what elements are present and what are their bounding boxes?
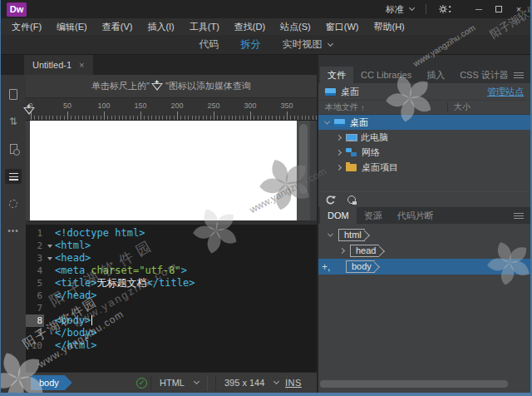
menu-item-5[interactable]: 查找(D) (227, 21, 273, 33)
line-number: 8 (26, 314, 44, 327)
sync-settings-button[interactable] (438, 3, 452, 15)
menu-item-3[interactable]: 插入(I) (140, 21, 181, 33)
format-source-icon[interactable] (5, 169, 22, 184)
menu-item-1[interactable]: 编辑(E) (49, 21, 95, 33)
dom-tab-1[interactable]: 资源 (357, 207, 390, 224)
view-mode-1[interactable]: 拆分 (241, 37, 261, 52)
code-segment: </body> (55, 327, 97, 339)
dom-tree-row[interactable]: head (318, 243, 530, 259)
site-name[interactable]: 桌面 (341, 86, 359, 98)
code-text: <title>无标题文档</title> (55, 277, 195, 290)
file-tree-row[interactable]: 桌面项目 (318, 160, 530, 175)
live-code-icon[interactable] (5, 141, 22, 156)
chevron-right-icon[interactable] (336, 134, 342, 140)
code-segment: 无标题文档 (97, 277, 147, 289)
panel-tab-2[interactable]: 插入 (419, 67, 452, 83)
code-segment: </head> (55, 290, 97, 301)
design-canvas[interactable] (30, 121, 297, 220)
manage-sites-link[interactable]: 管理站点 (487, 86, 524, 98)
chevron-right-icon[interactable] (336, 164, 342, 170)
code-segment: <title> (55, 277, 97, 289)
connect-server-icon[interactable] (347, 196, 356, 204)
add-element-icon[interactable]: +, (322, 263, 330, 271)
menu-item-7[interactable]: 窗口(W) (318, 21, 367, 33)
dom-tab-2[interactable]: 代码片断 (390, 207, 441, 224)
view-mode-2[interactable]: 实时视图 (283, 37, 332, 52)
chevron-right-icon[interactable] (339, 248, 345, 254)
updown-arrows-icon[interactable]: ⇅ (5, 114, 22, 129)
doctype-dropdown[interactable]: HTML (150, 375, 208, 391)
document-tab[interactable]: Untitled-1 × (24, 55, 93, 75)
target-icon[interactable] (5, 196, 22, 211)
minimize-button[interactable]: ─ (469, 2, 489, 17)
code-line[interactable]: 7 (26, 302, 317, 314)
dom-tag-pill[interactable]: html (338, 229, 365, 241)
workspace-switcher[interactable]: 标准 (386, 3, 414, 16)
menu-item-8[interactable]: 帮助(H) (367, 21, 412, 33)
file-tree-label: 桌面 (350, 116, 368, 129)
size-header[interactable]: 大小 (454, 101, 470, 113)
menu-item-0[interactable]: 文件(F) (4, 21, 49, 33)
insert-mode-indicator[interactable]: INS (285, 378, 302, 388)
line-number: 3 (26, 252, 44, 265)
code-text: </body> (55, 327, 97, 339)
panel-menu-icon[interactable] (514, 213, 524, 219)
panel-tab-1[interactable]: CC Libraries (353, 67, 419, 83)
panel-tab-3[interactable]: CSS 设计器 (452, 67, 516, 83)
menu-item-2[interactable]: 查看(V) (95, 21, 140, 33)
dom-tree-row[interactable]: html (318, 227, 530, 243)
view-mode-0[interactable]: 代码 (200, 37, 219, 52)
code-segment: <html> (55, 240, 91, 251)
code-line[interactable]: 1<!doctype html> (26, 227, 317, 240)
code-line[interactable]: 5<title>无标题文档</title> (26, 277, 317, 290)
fold-column (44, 227, 55, 240)
chevron-down-icon[interactable] (328, 231, 333, 237)
tag-selector-body[interactable]: body (31, 375, 72, 390)
sort-arrow: ↑ (361, 103, 365, 112)
code-line[interactable]: 8<body> (26, 314, 317, 327)
view-mode-label: 代码 (200, 37, 219, 52)
horizontal-ruler[interactable]: + 050100150200250300350400 (26, 98, 317, 121)
code-text: <!doctype html> (55, 227, 145, 240)
file-icon[interactable] (5, 87, 22, 101)
code-line[interactable]: 3<head> (26, 252, 317, 265)
file-tree-row[interactable]: 桌面 (318, 115, 530, 130)
doctype-label: HTML (160, 378, 185, 388)
view-toolbar: 代码拆分实时视图 (1, 35, 530, 55)
dom-tag-pill[interactable]: head (350, 245, 379, 257)
dom-tag-pill[interactable]: body (346, 260, 375, 273)
panel-horizontal-scrollbar[interactable] (320, 380, 508, 388)
code-line[interactable]: 4<meta charset="utf-8"> (26, 265, 317, 277)
code-line[interactable]: 9</body> (26, 327, 317, 339)
menu-item-6[interactable]: 站点(S) (273, 21, 318, 33)
chevron-down-icon[interactable] (324, 118, 330, 124)
dom-tree-row[interactable]: +,body (318, 259, 530, 275)
ellipsis-icon[interactable]: ••• (5, 224, 22, 239)
scrollbar-thumb[interactable] (299, 124, 308, 194)
menu-item-4[interactable]: 工具(T) (182, 21, 227, 33)
file-tree-row[interactable]: 网络 (318, 145, 530, 160)
desktop-icon (325, 88, 336, 96)
code-line[interactable]: 6</head> (26, 290, 317, 302)
design-vertical-scrollbar[interactable] (297, 121, 310, 220)
code-line[interactable]: 2<html> (26, 240, 317, 252)
file-tree-row[interactable]: 此电脑 (318, 130, 530, 145)
chevron-right-icon[interactable] (336, 149, 342, 155)
code-view[interactable]: 1<!doctype html>2<html>3<head>4<meta cha… (26, 225, 317, 372)
media-query-text-prefix: 单击标尺上的" (91, 80, 150, 92)
close-button[interactable]: × (509, 2, 529, 17)
code-line[interactable]: 10</html> (26, 339, 317, 352)
dom-panel-tabs: DOM资源代码片断 (318, 207, 530, 224)
window-size-dropdown[interactable]: 395 x 144 (215, 375, 288, 391)
refresh-icon[interactable] (325, 195, 336, 205)
panel-menu-icon[interactable] (514, 72, 524, 78)
right-panel: 文件CC Libraries插入CSS 设计器 桌面 管理站点 本地文件 ↑ 大… (317, 55, 530, 393)
maximize-button[interactable] (489, 2, 509, 17)
computer-icon (346, 134, 356, 141)
fold-arrow-icon[interactable] (47, 245, 52, 248)
fold-arrow-icon[interactable] (47, 257, 52, 260)
local-files-header[interactable]: 本地文件 (325, 101, 358, 113)
tab-close-icon[interactable]: × (79, 60, 84, 70)
dom-tab-0[interactable]: DOM (320, 207, 357, 224)
panel-tab-0[interactable]: 文件 (320, 67, 353, 83)
